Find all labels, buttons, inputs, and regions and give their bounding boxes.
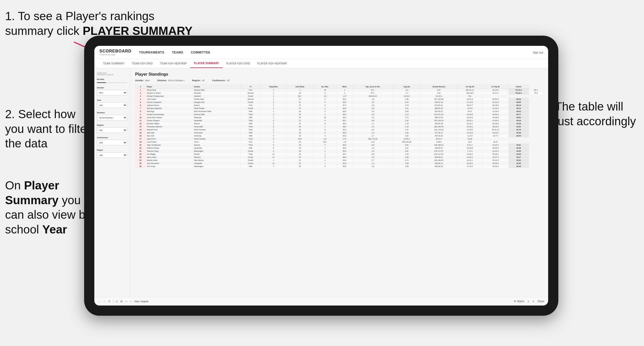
table-cell: -2.7 <box>393 92 421 95</box>
division-select[interactable]: NCAA Division I <box>97 115 127 120</box>
table-cell: Kentucky <box>193 134 240 137</box>
table-row[interactable]: 20Matthew RiedelVanderbiltFifth623168.5-… <box>135 147 543 150</box>
table-cell: 28-12-7 <box>457 104 483 107</box>
filter-division-value: NCAA Division I <box>168 79 185 82</box>
table-row[interactable]: 6Jackson KoivunAuburnFirst127667.3-1.62.… <box>135 104 543 107</box>
table-row[interactable]: 2Michael Le SassoOle MissSecond1180167.1… <box>135 92 543 95</box>
table-row[interactable]: 8Mats EgeEast Tennessee StateFifth124268… <box>135 110 543 113</box>
table-cell: 1.13 <box>353 141 393 144</box>
toolbar-reload[interactable]: ↻ <box>108 300 110 303</box>
table-row[interactable]: 10Jacob Skov OlesenArkansasFifth1251068.… <box>135 116 543 119</box>
table-cell: 24 <box>135 159 146 162</box>
table-cell: 11 <box>261 156 286 159</box>
toolbar-expand[interactable]: ⇖ <box>532 300 534 303</box>
table-row[interactable]: 12Brendan ValdesAuburnFifth537068.41.11.… <box>135 122 543 125</box>
table-row[interactable]: 4Luke ClatonFlorida StateSecond127268.2-… <box>135 98 543 101</box>
table-row[interactable]: 7Nicholas GabrelcikNorth FloridaFourth12… <box>135 107 543 110</box>
year-select[interactable]: (All) <box>97 102 127 108</box>
table-cell: North Carolina <box>193 128 240 131</box>
table-cell: Third <box>240 125 261 128</box>
table-row[interactable]: 16Alex GoffKentuckyFifth919068.3-1.71.92… <box>135 134 543 137</box>
nav-sign-out[interactable]: Sign out <box>533 51 543 54</box>
subnav-team-h2h-heatmap[interactable]: TEAM H2H HEATMAP <box>156 59 190 68</box>
subnav-player-h2h-grid[interactable]: PLAYER H2H GRID <box>223 59 254 68</box>
table-row[interactable]: 22Ian GilliganFloridaThird1024168.7-0.81… <box>135 153 543 156</box>
filters-row: Gender: Men Division: NCAA Division I Re… <box>135 79 543 82</box>
toolbar-forward[interactable]: → <box>103 300 106 303</box>
table-cell: Petr Hruby <box>146 165 193 168</box>
region-select[interactable]: N/A <box>97 127 127 133</box>
table-cell: 12 <box>261 162 286 165</box>
table-row[interactable]: 14Maxwell FordNorth CarolinaThird322069.… <box>135 128 543 131</box>
main-content: Update time: 27/03/2024 16:56:26 No Rds.… <box>94 68 548 297</box>
table-cell: Tennessee <box>193 131 240 134</box>
table-cell: 30.69 <box>508 153 529 156</box>
table-cell: 67.1 <box>353 92 393 95</box>
table-row[interactable]: 21Taehoon SongWashingtonFourth623169.2-1… <box>135 150 543 153</box>
toolbar-download[interactable]: ⇓ <box>527 300 529 303</box>
table-cell: 492-96-12 <box>421 162 457 165</box>
table-row[interactable]: 1Wenyi DingArizona StateFirst1115167.1-3… <box>135 89 543 92</box>
table-row[interactable]: 17David FordNorth CarolinaThird969.0-0.2… <box>135 137 543 141</box>
subnav-player-summary[interactable]: PLAYER SUMMARY <box>190 59 223 68</box>
table-cell: 0.74 <box>393 159 421 162</box>
table-cell: 674-93-12 <box>421 104 457 107</box>
table-row[interactable]: 23Jack LundinMissouriFourth1124268.6-2.3… <box>135 156 543 159</box>
toolbar-grid[interactable]: ⊞ <box>120 300 122 303</box>
table-row[interactable]: 24Bastien AmatNew MexicoFourth127269.4-1… <box>135 159 543 162</box>
table-cell: 29-38-2 <box>483 153 508 156</box>
table-row[interactable]: 25Cole SherwoodVanderbiltFourth1223169.3… <box>135 162 543 165</box>
table-cell: 1 <box>337 89 352 92</box>
table-cell: North Florida <box>193 107 240 110</box>
sidebar-gender: Gender Men <box>97 87 127 95</box>
toolbar-copy[interactable]: ◻ <box>116 300 118 303</box>
table-row[interactable]: 5Christo LamprechtGeorgia TechFourth2212… <box>135 101 543 104</box>
subnav-player-h2h-heatmap[interactable]: PLAYER H2H HEATMAP <box>254 59 291 68</box>
table-cell: -2.5 <box>353 101 393 104</box>
table-cell: 47-40-3 <box>483 119 508 122</box>
table-cell: 1.1 <box>353 122 393 125</box>
filter-region: Region: All <box>192 79 205 82</box>
table-cell: 44-64-6 <box>483 113 508 116</box>
gender-select[interactable]: Men <box>97 90 127 95</box>
table-cell: 387-133-16 <box>421 119 457 122</box>
toolbar-watch[interactable]: 👁 Watch <box>514 300 524 303</box>
table-row[interactable]: 18Luke PowellUCLAFirst42469.1-1.81.13500… <box>135 141 543 144</box>
table-cell: 1 <box>337 92 352 95</box>
table-row[interactable]: 26Petr HrubyWashingtonFifth725068.6-1.81… <box>135 165 543 168</box>
table-cell: 605-96-38 <box>421 122 457 125</box>
nav-teams[interactable]: TEAMS <box>172 50 183 55</box>
table-cell: 18-7-3 <box>483 134 508 137</box>
table-cell: 26 <box>135 165 146 168</box>
toolbar-back[interactable]: ← <box>98 300 101 303</box>
tablet-frame: SCOREBOARD Powered by clippi TOURNAMENTS… <box>84 36 558 316</box>
toolbar-dash[interactable]: — <box>125 300 127 303</box>
table-row[interactable]: 9Preston SummerhaysArizona StateThird324… <box>135 113 543 116</box>
subnav-team-h2h-grid[interactable]: TEAM H2H GRID <box>128 59 156 68</box>
table-cell: 377-82-17 <box>421 131 457 134</box>
toolbar-clock[interactable]: ○ <box>130 300 132 303</box>
table-row[interactable]: 19Tiger ChristensenArizonaThird523269.2-… <box>135 144 543 147</box>
player-select[interactable]: (All) <box>97 152 127 158</box>
table-row[interactable]: 11Gordon SargentVanderbiltThird421068.7-… <box>135 119 543 122</box>
table-cell: 1 <box>314 113 337 116</box>
table-row[interactable]: 13Phichaksn MaichonTexas A&MThird630169.… <box>135 125 543 128</box>
table-cell: 4 <box>261 141 286 144</box>
table-cell: 88.2 <box>529 89 543 92</box>
table-cell: -3.2 <box>393 89 421 92</box>
table-row[interactable]: 15Jake HallTennesseeFifth718068.5-1.51.6… <box>135 131 543 134</box>
conference-select[interactable]: (All) <box>97 140 127 145</box>
nav-committee[interactable]: COMMITTEE <box>191 50 211 55</box>
toolbar-share[interactable]: Share <box>537 300 544 303</box>
table-cell: 1.66 <box>393 131 421 134</box>
no-rds-slider-track[interactable] <box>97 82 127 83</box>
table-cell: Preston Summerhays <box>146 113 193 116</box>
table-cell: 1 <box>314 162 337 165</box>
nav-tournaments[interactable]: TOURNAMENTS <box>139 50 164 55</box>
table-cell: 616-168-22 <box>421 159 457 162</box>
table-cell: 19-39-2 <box>457 113 483 116</box>
table-cell: 24 <box>286 141 314 144</box>
table-row[interactable]: 3Michael ThorbjornsenStanfordFourth268.7… <box>135 95 543 98</box>
col-rank: # <box>135 85 146 89</box>
subnav-team-summary[interactable]: TEAM SUMMARY <box>99 59 128 68</box>
